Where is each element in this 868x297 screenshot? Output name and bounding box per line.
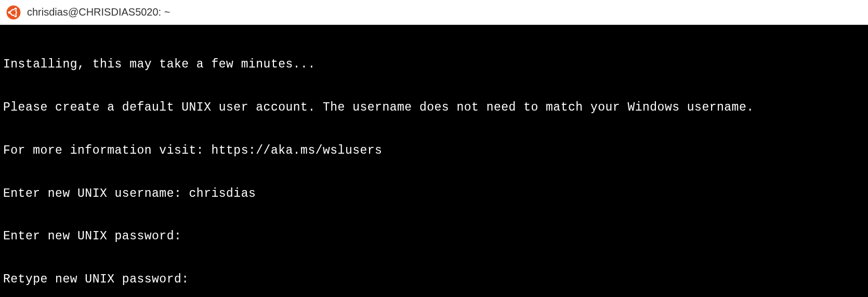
- terminal-output-line: Please create a default UNIX user accoun…: [3, 101, 865, 115]
- svg-point-2: [8, 11, 11, 14]
- terminal-output-line: Installing, this may take a few minutes.…: [3, 58, 865, 72]
- terminal-output-line: For more information visit: https://aka.…: [3, 144, 865, 158]
- terminal-output-line: Retype new UNIX password:: [3, 273, 865, 287]
- ubuntu-icon: [6, 5, 21, 20]
- terminal-output-line: Enter new UNIX username: chrisdias: [3, 187, 865, 201]
- terminal-area[interactable]: Installing, this may take a few minutes.…: [0, 25, 868, 297]
- svg-rect-5: [10, 11, 11, 12]
- window-title: chrisdias@CHRISDIAS5020: ~: [27, 6, 170, 18]
- terminal-output-line: Enter new UNIX password:: [3, 230, 865, 244]
- titlebar: chrisdias@CHRISDIAS5020: ~: [0, 0, 868, 25]
